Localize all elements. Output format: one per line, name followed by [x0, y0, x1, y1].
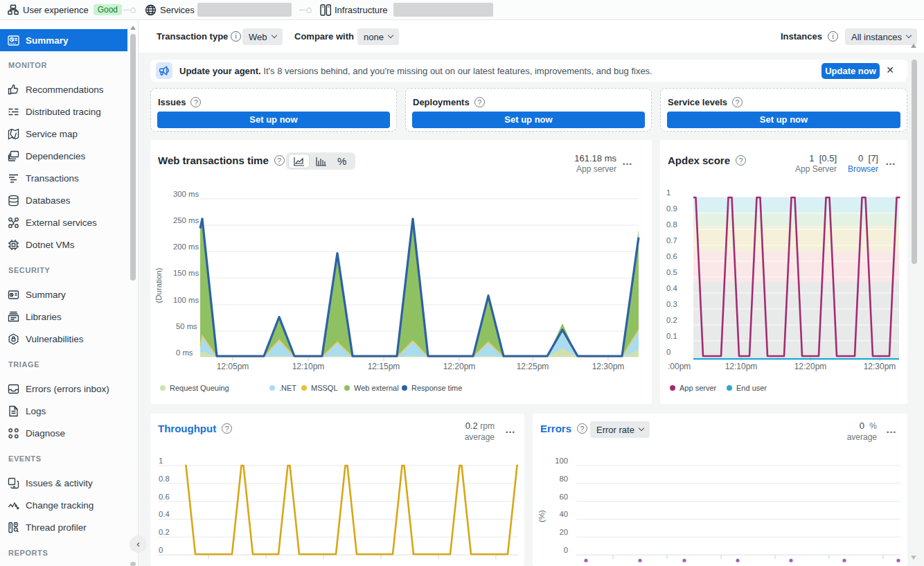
svg-text:0.5: 0.5: [666, 268, 677, 276]
svg-text:0.6: 0.6: [159, 493, 170, 501]
svg-text:12:10pm: 12:10pm: [292, 362, 325, 371]
svg-text:0.1: 0.1: [666, 332, 677, 340]
svg-text:0.2: 0.2: [666, 316, 677, 324]
svg-text:100: 100: [555, 457, 568, 465]
svg-text:0.4: 0.4: [666, 284, 677, 292]
svg-text:0.7: 0.7: [666, 236, 677, 245]
svg-text:0.2: 0.2: [159, 528, 170, 536]
svg-text:300 ms: 300 ms: [173, 190, 199, 198]
svg-text:1: 1: [159, 457, 163, 465]
svg-text:0.8: 0.8: [159, 475, 170, 483]
svg-text:0.3: 0.3: [666, 300, 677, 308]
svg-text:0 ms: 0 ms: [176, 348, 193, 357]
svg-text:250 ms: 250 ms: [173, 216, 199, 224]
svg-text:0: 0: [564, 546, 568, 554]
svg-text:12:30pm: 12:30pm: [864, 362, 896, 371]
svg-text:12:05pm: 12:05pm: [217, 362, 249, 371]
svg-text:1: 1: [666, 188, 670, 197]
svg-text:40: 40: [559, 510, 568, 518]
svg-text:0.6: 0.6: [666, 252, 677, 260]
svg-text:12:20pm: 12:20pm: [443, 362, 476, 371]
svg-text:12:10pm: 12:10pm: [725, 362, 758, 371]
svg-text:0.8: 0.8: [666, 220, 677, 229]
svg-text:0.9: 0.9: [666, 204, 677, 213]
svg-text:12:30pm: 12:30pm: [592, 362, 625, 371]
svg-text:12:25pm: 12:25pm: [517, 362, 549, 371]
svg-text:0: 0: [666, 348, 670, 356]
svg-text:100 ms: 100 ms: [173, 296, 199, 304]
svg-text:80: 80: [559, 475, 568, 483]
svg-text:(%): (%): [537, 510, 546, 522]
svg-text:0: 0: [159, 546, 163, 554]
svg-text:12:20pm: 12:20pm: [794, 362, 827, 371]
svg-text:60: 60: [559, 493, 568, 501]
svg-text:200 ms: 200 ms: [173, 242, 199, 251]
svg-text:50 ms: 50 ms: [176, 322, 197, 330]
svg-text:150 ms: 150 ms: [173, 269, 199, 277]
svg-text:20: 20: [559, 528, 568, 536]
svg-text:(Duration): (Duration): [154, 267, 163, 303]
svg-text:12:15pm: 12:15pm: [368, 362, 400, 371]
svg-text::00pm: :00pm: [668, 362, 691, 371]
svg-text:0.4: 0.4: [159, 510, 170, 518]
